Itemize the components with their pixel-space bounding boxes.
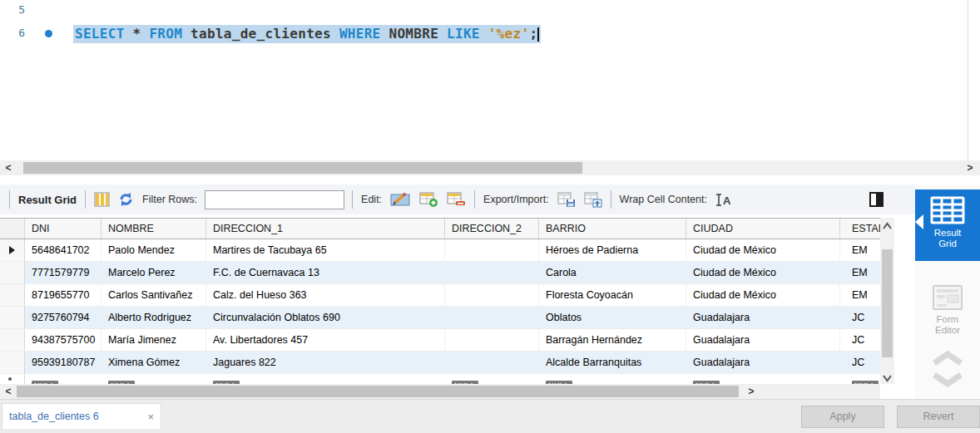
table-cell[interactable]: Guadalajara: [686, 329, 840, 351]
table-cell[interactable]: Marcelo Perez: [101, 262, 206, 283]
column-header-dni[interactable]: DNI: [25, 219, 101, 239]
table-cell[interactable]: Ciudad de México: [686, 262, 840, 283]
row-selector[interactable]: [0, 352, 25, 373]
column-header-barrio[interactable]: BARRIO: [539, 219, 686, 239]
row-selector[interactable]: [0, 239, 25, 261]
panel-collapse-down-icon[interactable]: [931, 372, 964, 387]
table-row[interactable]: 7771579779Marcelo PerezF.C. de Cuernavac…: [0, 262, 880, 284]
import-recordset-icon[interactable]: [584, 192, 602, 208]
table-cell[interactable]: 95939180787: [25, 352, 101, 373]
table-cell[interactable]: Martires de Tacubaya 65: [206, 239, 445, 261]
table-cell[interactable]: Héroes de Padierna: [539, 239, 686, 261]
filter-rows-input[interactable]: [205, 190, 344, 209]
delete-row-icon[interactable]: [447, 192, 466, 208]
table-cell[interactable]: EM: [840, 239, 880, 261]
apply-button[interactable]: Apply: [801, 406, 884, 428]
editor-scrollbar-thumb[interactable]: [23, 162, 582, 174]
table-cell[interactable]: Floresta Coyoacán: [539, 284, 686, 306]
table-row[interactable]: 94387575700María JimenezAv. Libertadores…: [0, 329, 880, 352]
table-cell[interactable]: Ciudad de México: [686, 284, 840, 306]
table-row[interactable]: 9275760794Alberto RodriguezCircunvalació…: [0, 307, 880, 329]
table-cell[interactable]: [445, 239, 539, 261]
export-recordset-icon[interactable]: [557, 192, 576, 208]
table-cell[interactable]: Carlos Santivañez: [101, 284, 206, 306]
sql-editor[interactable]: 56SELECT * FROM tabla_de_clientes WHERE …: [0, 0, 980, 160]
table-cell[interactable]: Calz. del Hueso 363: [206, 284, 445, 306]
table-cell[interactable]: María Jimenez: [101, 329, 206, 351]
row-selector[interactable]: [0, 307, 25, 328]
table-cell[interactable]: [445, 284, 539, 306]
result-grid[interactable]: DNI NOMBRE DIRECCION_1 DIRECCION_2 BARRI…: [0, 214, 880, 384]
grid-scrollbar-thumb[interactable]: [17, 386, 739, 397]
table-cell[interactable]: 9275760794: [25, 307, 101, 328]
table-cell[interactable]: 8719655770: [25, 284, 101, 306]
row-selector[interactable]: [0, 284, 25, 306]
insert-row-icon[interactable]: [419, 192, 438, 208]
sql-statement[interactable]: SELECT * FROM tabla_de_clientes WHERE NO…: [73, 25, 541, 43]
table-cell[interactable]: NULL: [101, 374, 206, 384]
new-row-placeholder[interactable]: NULLNULLNULLNULLNULLNULLNULL: [0, 374, 880, 384]
scroll-right-icon[interactable]: >: [963, 161, 977, 175]
table-cell[interactable]: Jaguares 822: [206, 352, 445, 373]
table-row[interactable]: 95939180787Ximena GómezJaguares 822Alcal…: [0, 352, 880, 374]
table-cell[interactable]: NULL: [206, 374, 445, 384]
table-cell[interactable]: JC: [840, 352, 880, 373]
column-header-ciudad[interactable]: CIUDAD: [686, 219, 840, 239]
table-cell[interactable]: Paolo Mendez: [101, 239, 206, 261]
result-grid-panel-button[interactable]: Result Grid: [915, 189, 980, 261]
row-selector[interactable]: [0, 374, 25, 384]
table-cell[interactable]: Alberto Rodriguez: [101, 307, 206, 328]
table-cell[interactable]: Guadalajara: [686, 352, 840, 373]
table-cell[interactable]: [445, 352, 539, 373]
column-header-direccion-2[interactable]: DIRECCION_2: [445, 219, 539, 239]
table-cell[interactable]: [445, 307, 539, 328]
table-cell[interactable]: EM: [840, 284, 880, 306]
table-cell[interactable]: NULL: [840, 374, 880, 384]
table-cell[interactable]: [445, 262, 539, 283]
table-cell[interactable]: NULL: [445, 374, 539, 384]
table-cell[interactable]: NULL: [25, 374, 101, 384]
column-header-estado[interactable]: ESTADO: [840, 219, 880, 239]
revert-button[interactable]: Revert: [897, 406, 980, 428]
table-cell[interactable]: Oblatos: [539, 307, 686, 328]
close-icon[interactable]: ×: [147, 411, 154, 422]
grid-horizontal-scrollbar[interactable]: < >: [0, 384, 880, 399]
table-row[interactable]: 8719655770Carlos SantivañezCalz. del Hue…: [0, 284, 880, 307]
scroll-left-icon[interactable]: <: [2, 161, 15, 175]
scroll-down-icon[interactable]: [882, 372, 893, 384]
grid-vscrollbar-thumb[interactable]: [882, 249, 893, 357]
editor-line[interactable]: 5: [0, 2, 965, 22]
table-cell[interactable]: [445, 329, 539, 351]
table-cell[interactable]: 7771579779: [25, 262, 101, 283]
table-cell[interactable]: Ciudad de México: [686, 239, 840, 261]
table-row[interactable]: 5648641702Paolo MendezMartires de Tacuba…: [0, 239, 880, 262]
table-cell[interactable]: Carola: [539, 262, 686, 283]
table-cell[interactable]: Guadalajara: [686, 307, 840, 328]
scroll-left-icon[interactable]: <: [2, 385, 15, 398]
table-cell[interactable]: NULL: [686, 374, 840, 384]
row-selector[interactable]: [0, 329, 25, 351]
form-editor-panel-button[interactable]: Form Editor: [915, 278, 980, 344]
grid-columns-icon[interactable]: [94, 192, 110, 207]
table-cell[interactable]: Ximena Gómez: [101, 352, 206, 373]
scroll-up-icon[interactable]: [882, 220, 893, 232]
sidebar-toggle-icon[interactable]: [869, 192, 883, 207]
result-tab[interactable]: tabla_de_clientes 6 ×: [2, 403, 161, 429]
column-header-direccion-1[interactable]: DIRECCION_1: [206, 219, 445, 239]
table-cell[interactable]: Circunvalación Oblatos 690: [206, 307, 445, 328]
wrap-cell-content-icon[interactable]: A: [715, 193, 732, 207]
column-header-nombre[interactable]: NOMBRE: [101, 219, 206, 239]
table-cell[interactable]: F.C. de Cuernavaca 13: [206, 262, 445, 283]
panel-collapse-up-icon[interactable]: [931, 351, 964, 366]
table-cell[interactable]: JC: [840, 307, 880, 328]
table-cell[interactable]: NULL: [539, 374, 686, 384]
row-selector[interactable]: [0, 262, 25, 283]
table-cell[interactable]: EM: [840, 262, 880, 283]
editor-line[interactable]: 6SELECT * FROM tabla_de_clientes WHERE N…: [0, 25, 965, 45]
edit-record-icon[interactable]: [390, 192, 411, 207]
table-cell[interactable]: 94387575700: [25, 329, 101, 351]
table-cell[interactable]: JC: [840, 329, 880, 351]
refresh-icon[interactable]: [118, 192, 134, 207]
table-cell[interactable]: Barragán Hernández: [539, 329, 686, 351]
editor-horizontal-scrollbar[interactable]: < >: [0, 160, 980, 175]
